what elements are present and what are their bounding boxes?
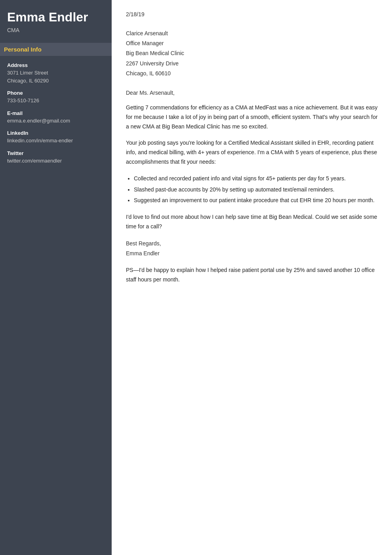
- email-field: E-mail emma.e.endler@gmail.com: [7, 110, 105, 125]
- linkedin-value: linkedin.com/in/emma-endler: [7, 137, 105, 145]
- twitter-field: Twitter twitter.com/emmaendler: [7, 150, 105, 165]
- letter-date: 2/18/19: [126, 11, 378, 17]
- ps-block: PS—I'd be happy to explain how I helped …: [126, 266, 378, 285]
- recipient-address1: 2267 University Drive: [126, 59, 378, 69]
- personal-info-header: Personal Info: [0, 43, 112, 56]
- phone-label: Phone: [7, 90, 105, 96]
- salutation: Dear Ms. Arsenault,: [126, 90, 378, 96]
- address-label: Address: [7, 62, 105, 68]
- linkedin-label: LinkedIn: [7, 130, 105, 136]
- recipient-address2: Chicago, IL 60610: [126, 69, 378, 78]
- phone-field: Phone 733-510-7126: [7, 90, 105, 105]
- closing-salutation: Best Regards,: [126, 239, 378, 249]
- recipient-title: Office Manager: [126, 38, 378, 48]
- recipient-name: Clarice Arsenault: [126, 29, 378, 38]
- letter-content: 2/18/19 Clarice Arsenault Office Manager…: [112, 0, 392, 555]
- paragraph-2: Your job posting says you're looking for…: [126, 138, 378, 166]
- address-value: 3071 Limer StreetChicago, IL 60290: [7, 69, 105, 84]
- sidebar: Emma Endler CMA Personal Info Address 30…: [0, 0, 112, 555]
- applicant-title: CMA: [7, 27, 105, 33]
- bullet-2: Slashed past-due accounts by 20% by sett…: [134, 185, 378, 195]
- bullet-1: Collected and recorded patient info and …: [134, 174, 378, 184]
- applicant-name: Emma Endler: [7, 10, 105, 25]
- closing-name: Emma Endler: [126, 249, 378, 258]
- closing-paragraph: I'd love to find out more about how I ca…: [126, 212, 378, 232]
- twitter-label: Twitter: [7, 150, 105, 156]
- email-value: emma.e.endler@gmail.com: [7, 117, 105, 125]
- recipient-block: Clarice Arsenault Office Manager Big Bea…: [126, 29, 378, 78]
- closing-block: Best Regards, Emma Endler: [126, 239, 378, 258]
- twitter-value: twitter.com/emmaendler: [7, 157, 105, 165]
- paragraph-1: Getting 7 commendations for efficiency a…: [126, 103, 378, 131]
- address-field: Address 3071 Limer StreetChicago, IL 602…: [7, 62, 105, 84]
- linkedin-field: LinkedIn linkedin.com/in/emma-endler: [7, 130, 105, 145]
- accomplishments-list: Collected and recorded patient info and …: [126, 174, 378, 205]
- bullet-3: Suggested an improvement to our patient …: [134, 196, 378, 205]
- phone-value: 733-510-7126: [7, 97, 105, 105]
- email-label: E-mail: [7, 110, 105, 116]
- recipient-company: Big Bean Medical Clinic: [126, 48, 378, 58]
